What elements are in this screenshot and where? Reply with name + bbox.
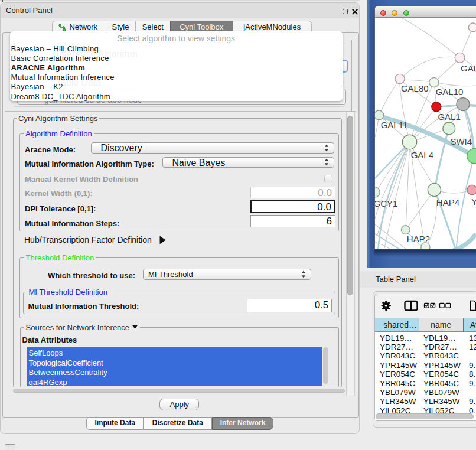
svg-text:GAL1: GAL1 [438, 112, 460, 122]
svg-text:GAL7: GAL7 [461, 63, 476, 73]
svg-text:HAP2: HAP2 [407, 234, 430, 244]
svg-text:GAL80: GAL80 [401, 83, 429, 93]
svg-text:GCY1: GCY1 [375, 198, 397, 208]
svg-text:SWI4: SWI4 [450, 136, 472, 146]
svg-text:GAL4: GAL4 [411, 150, 433, 160]
svg-text:GAL11: GAL11 [381, 120, 408, 130]
svg-text:HAP4: HAP4 [436, 197, 459, 207]
svg-text:GAL10: GAL10 [436, 87, 464, 97]
svg-text:Y: Y [471, 197, 476, 207]
